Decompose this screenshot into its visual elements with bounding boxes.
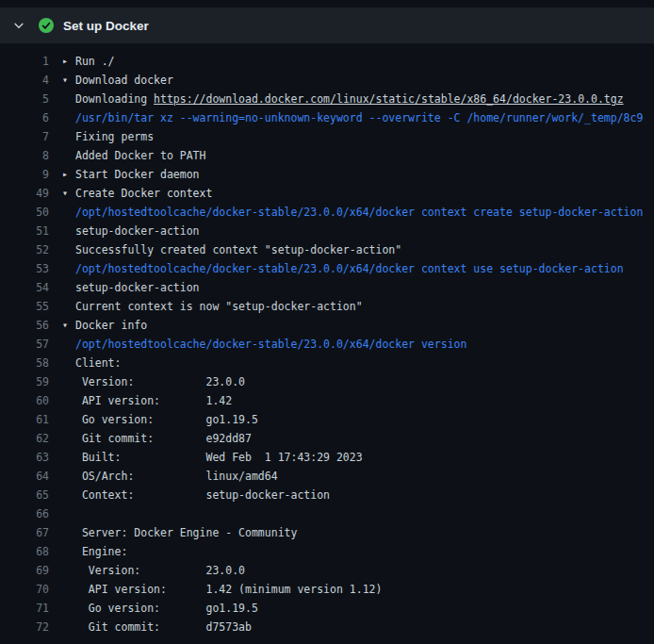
line-number[interactable]: 9 <box>0 165 49 184</box>
log-text-segment: /usr/bin/tar xz --warning=no-unknown-key… <box>75 111 643 124</box>
line-text: Download docker <box>75 71 173 90</box>
expander-spacer <box>62 599 75 618</box>
line-number[interactable]: 60 <box>0 391 49 410</box>
line-text: Run ./ <box>75 52 115 71</box>
line-number[interactable]: 52 <box>0 240 49 259</box>
line-number[interactable]: 50 <box>0 203 49 222</box>
expander-spacer <box>62 240 75 259</box>
expander-spacer <box>62 542 75 561</box>
line-number[interactable]: 59 <box>0 372 49 391</box>
line-number[interactable]: 58 <box>0 354 49 372</box>
log-text-segment: /opt/hostedtoolcache/docker-stable/23.0.… <box>75 338 466 351</box>
line-number[interactable]: 64 <box>0 467 49 486</box>
line-number[interactable]: 54 <box>0 278 49 297</box>
line-number[interactable]: 57 <box>0 335 49 354</box>
expand-group-icon[interactable]: ▸ <box>62 52 75 71</box>
log-line: 60 API version: 1.42 <box>0 391 654 410</box>
expander-spacer <box>62 203 75 222</box>
log-text-segment: API version: 1.42 (minimum version 1.12) <box>75 583 382 596</box>
log-line: 5Downloading https://download.docker.com… <box>0 90 654 108</box>
line-number[interactable]: 55 <box>0 297 49 316</box>
expander-spacer <box>62 354 75 372</box>
step-header[interactable]: Set up Docker <box>0 8 654 43</box>
line-number[interactable]: 69 <box>0 561 49 580</box>
collapse-group-icon[interactable]: ▾ <box>62 184 75 203</box>
log-text-segment: Start Docker daemon <box>75 168 200 181</box>
line-text: Downloading https://download.docker.com/… <box>75 90 624 108</box>
expander-spacer <box>62 561 75 580</box>
log-line: 7Fixing perms <box>0 127 654 146</box>
log-line: 9▸Start Docker daemon <box>0 165 654 184</box>
line-text: Server: Docker Engine - Community <box>75 523 297 542</box>
log-line: 63 Built: Wed Feb 1 17:43:29 2023 <box>0 448 654 467</box>
line-number[interactable]: 49 <box>0 184 49 203</box>
line-number[interactable]: 70 <box>0 580 49 599</box>
log-line: 57/opt/hostedtoolcache/docker-stable/23.… <box>0 335 654 354</box>
line-number[interactable]: 68 <box>0 542 49 561</box>
log-line: 71 Go version: go1.19.5 <box>0 599 654 618</box>
line-number[interactable]: 51 <box>0 222 49 240</box>
line-number[interactable]: 65 <box>0 486 49 504</box>
log-viewer: 1▸Run ./4▾Download docker5Downloading ht… <box>0 43 654 636</box>
line-number[interactable]: 56 <box>0 316 49 335</box>
expander-spacer <box>62 486 75 504</box>
line-text: Added Docker to PATH <box>75 146 205 165</box>
line-number[interactable]: 63 <box>0 448 49 467</box>
log-text-segment: Download docker <box>75 74 173 87</box>
line-number[interactable]: 66 <box>0 504 49 523</box>
line-number[interactable]: 5 <box>0 90 49 108</box>
line-number[interactable]: 1 <box>0 52 49 71</box>
line-text: setup-docker-action <box>75 278 200 297</box>
log-line: 49▾Create Docker context <box>0 184 654 203</box>
line-text: Start Docker daemon <box>75 165 200 184</box>
log-line: 72 Git commit: d7573ab <box>0 618 654 636</box>
log-text-segment: /opt/hostedtoolcache/docker-stable/23.0.… <box>75 206 643 219</box>
line-text: Current context is now "setup-docker-act… <box>75 297 363 316</box>
line-text: Version: 23.0.0 <box>75 372 245 391</box>
expander-spacer <box>62 410 75 429</box>
log-line: 51setup-docker-action <box>0 222 654 240</box>
line-text: Context: setup-docker-action <box>75 486 330 504</box>
log-text-segment: Fixing perms <box>75 130 154 143</box>
line-number[interactable]: 72 <box>0 618 49 636</box>
log-line: 58Client: <box>0 354 654 372</box>
log-text-segment: API version: 1.42 <box>75 394 232 407</box>
collapse-group-icon[interactable]: ▾ <box>62 316 75 335</box>
log-text-segment: Current context is now "setup-docker-act… <box>75 300 363 313</box>
line-number[interactable]: 4 <box>0 71 49 90</box>
line-number[interactable]: 7 <box>0 127 49 146</box>
log-text-segment: Context: setup-docker-action <box>75 488 330 502</box>
log-line: 53/opt/hostedtoolcache/docker-stable/23.… <box>0 259 654 278</box>
log-text-segment: OS/Arch: linux/amd64 <box>75 470 278 483</box>
expand-group-icon[interactable]: ▸ <box>62 165 75 184</box>
check-circle-icon <box>39 18 54 33</box>
expander-spacer <box>62 391 75 410</box>
log-line: 50/opt/hostedtoolcache/docker-stable/23.… <box>0 203 654 222</box>
log-line: 70 API version: 1.42 (minimum version 1.… <box>0 580 654 599</box>
log-text-segment: Version: 23.0.0 <box>75 375 245 388</box>
line-text: Successfully created context "setup-dock… <box>75 240 401 259</box>
log-line: 69 Version: 23.0.0 <box>0 561 654 580</box>
line-text: Built: Wed Feb 1 17:43:29 2023 <box>75 448 363 467</box>
log-text-segment: Client: <box>75 356 121 370</box>
collapse-group-icon[interactable]: ▾ <box>62 71 75 90</box>
expander-spacer <box>62 127 75 146</box>
log-link[interactable]: https://download.docker.com/linux/static… <box>154 92 624 106</box>
log-text-segment: Go version: go1.19.5 <box>75 413 258 426</box>
line-number[interactable]: 53 <box>0 259 49 278</box>
chevron-down-icon[interactable] <box>11 18 26 33</box>
line-number[interactable]: 8 <box>0 146 49 165</box>
line-number[interactable]: 61 <box>0 410 49 429</box>
log-line: 55Current context is now "setup-docker-a… <box>0 297 654 316</box>
line-text: Docker info <box>75 316 147 335</box>
line-number[interactable]: 71 <box>0 599 49 618</box>
log-line: 62 Git commit: e92dd87 <box>0 429 654 448</box>
line-text: /usr/bin/tar xz --warning=no-unknown-key… <box>75 108 643 127</box>
line-text: setup-docker-action <box>75 222 200 240</box>
expander-spacer <box>62 429 75 448</box>
log-text-segment: Create Docker context <box>75 187 212 200</box>
line-number[interactable]: 6 <box>0 108 49 127</box>
line-number[interactable]: 67 <box>0 523 49 542</box>
line-number[interactable]: 62 <box>0 429 49 448</box>
line-text: API version: 1.42 <box>75 391 232 410</box>
